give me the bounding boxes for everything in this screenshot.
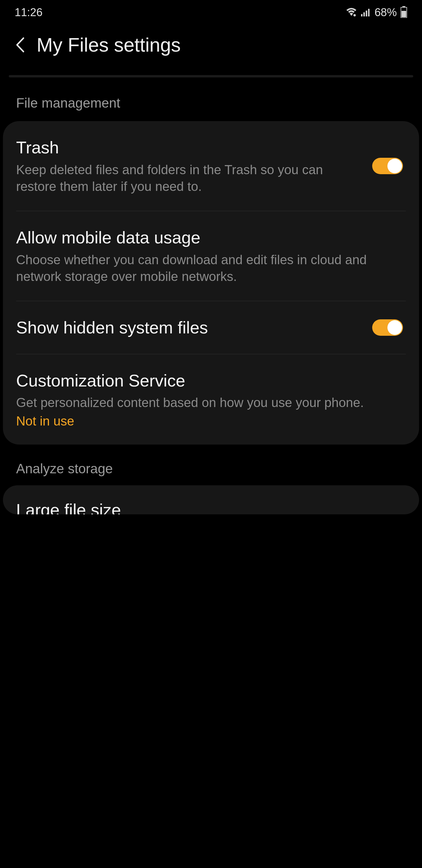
header-divider (9, 75, 413, 78)
setting-description: Choose whether you can download and edit… (16, 251, 403, 285)
wifi-icon (345, 7, 358, 18)
file-management-card: Trash Keep deleted files and folders in … (3, 121, 419, 444)
section-header-file-management: File management (0, 89, 422, 121)
analyze-storage-card: Large file size (3, 485, 419, 514)
status-time: 11:26 (15, 6, 42, 19)
setting-description: Keep deleted files and folders in the Tr… (16, 161, 363, 195)
svg-rect-2 (363, 12, 365, 17)
setting-title: Trash (16, 137, 363, 158)
svg-rect-3 (366, 10, 367, 17)
setting-description: Get personalized content based on how yo… (16, 394, 403, 411)
battery-percent: 68% (375, 6, 397, 19)
setting-trash[interactable]: Trash Keep deleted files and folders in … (3, 121, 419, 211)
setting-title: Allow mobile data usage (16, 227, 403, 248)
setting-title: Large file size (16, 501, 403, 514)
trash-toggle[interactable] (372, 158, 403, 174)
toggle-knob (387, 159, 402, 173)
setting-customization-service[interactable]: Customization Service Get personalized c… (3, 354, 419, 445)
back-button[interactable] (15, 36, 26, 53)
section-header-analyze-storage: Analyze storage (0, 444, 422, 485)
svg-point-0 (353, 14, 356, 17)
svg-rect-7 (401, 11, 406, 17)
hidden-files-toggle[interactable] (372, 319, 403, 336)
setting-hidden-files[interactable]: Show hidden system files (3, 301, 419, 354)
setting-title: Show hidden system files (16, 317, 363, 338)
status-bar: 11:26 68% (0, 0, 422, 24)
svg-rect-1 (361, 14, 362, 17)
setting-title: Customization Service (16, 370, 403, 391)
header: My Files settings (0, 24, 422, 71)
setting-large-file-size[interactable]: Large file size (3, 485, 419, 514)
page-title: My Files settings (37, 34, 181, 56)
toggle-knob (387, 320, 402, 335)
battery-icon (400, 6, 407, 19)
svg-rect-4 (368, 9, 369, 17)
setting-status: Not in use (16, 414, 403, 428)
setting-mobile-data[interactable]: Allow mobile data usage Choose whether y… (3, 211, 419, 301)
status-indicators: 68% (345, 6, 407, 19)
signal-icon (361, 8, 371, 18)
